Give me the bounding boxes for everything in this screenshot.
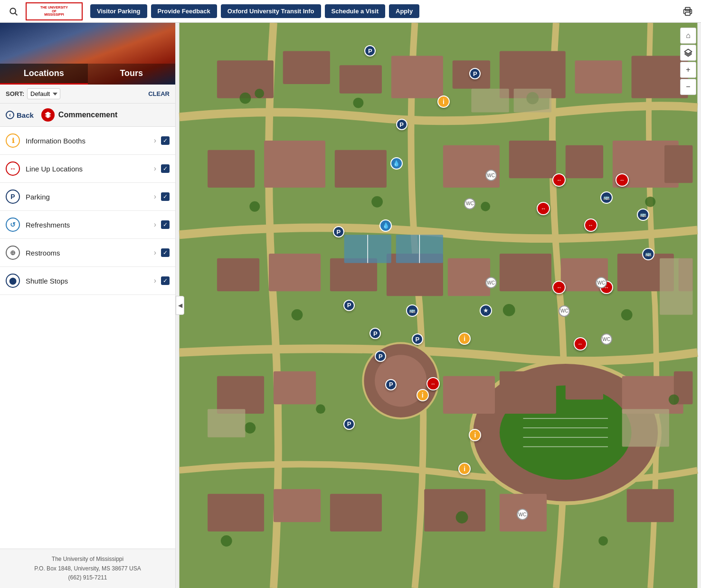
svg-rect-27 [500,254,551,291]
svg-rect-78 [208,409,245,437]
svg-line-1 [15,13,18,15]
category-name: Commencement [58,111,117,119]
map-controls: ⌂ + − [680,28,696,95]
parking-icon: P [6,190,20,204]
menu-label-shuttle-stops: Shuttle Stops [26,277,154,285]
refresh-icon: ↺ [6,218,20,232]
menu-item-restrooms[interactable]: ⊕ Restrooms › ✓ [0,239,175,267]
svg-rect-74 [471,89,509,113]
menu-item-parking[interactable]: P Parking › ✓ [0,183,175,211]
svg-rect-10 [453,60,490,88]
menu-label-refreshments: Refreshments [26,221,154,229]
lineup-icon: ↔ [6,161,20,176]
header: THE UNIVERSITY OF MISSISSIPPI Visitor Pa… [0,0,701,23]
svg-rect-43 [500,371,556,414]
checkbox-restrooms[interactable]: ✓ [161,248,170,257]
svg-point-66 [669,394,679,405]
svg-rect-16 [335,150,387,188]
svg-point-57 [371,196,383,208]
clear-button[interactable]: CLEAR [148,90,170,97]
footer-line2: P.O. Box 1848, University, MS 38677 USA [4,564,171,573]
chevron-icon-parking: › [154,192,156,201]
svg-point-0 [10,8,16,14]
footer-line1: The University of Mississippi [4,555,171,564]
main-layout: Locations Tours SORT: Default CLEAR ‹ Ba… [0,23,701,588]
home-map-button[interactable]: ⌂ [680,28,696,44]
layers-map-button[interactable] [680,45,696,61]
menu-label-lineup-locations: Line Up Locations [26,165,154,173]
checkbox-lineup-locations[interactable]: ✓ [161,164,170,173]
schedule-visit-button[interactable]: Schedule a Visit [325,4,385,18]
apply-button[interactable]: Apply [389,4,419,18]
svg-rect-23 [269,254,321,291]
svg-point-67 [456,511,468,523]
svg-rect-17 [443,145,500,188]
svg-rect-21 [664,145,693,183]
svg-point-63 [621,309,633,321]
menu-item-shuttle-stops[interactable]: ⬤ Shuttle Stops › ✓ [0,267,175,295]
svg-rect-7 [283,51,330,84]
sort-select[interactable]: Default [27,88,60,99]
campus-map[interactable]: PPPPPPPPPPiiiii↔↔↔↔↔↔↔↔🚌🚌🚌🚌WCWCWCWCWCWCW… [176,23,701,588]
tab-tours[interactable]: Tours [88,64,176,85]
chevron-icon-info-booths: › [154,136,156,145]
svg-rect-41 [274,371,316,404]
sidebar-footer: The University of Mississippi P.O. Box 1… [0,549,175,588]
back-bar: ‹ Back Commencement [0,104,175,127]
hero-tabs: Locations Tours [0,64,175,85]
shuttle-icon: ⬤ [6,274,20,288]
chevron-icon-shuttle-stops: › [154,276,156,285]
search-icon[interactable] [5,3,22,20]
svg-rect-33 [523,409,608,456]
menu-item-info-booths[interactable]: ℹ Information Booths › ✓ [0,127,175,155]
checkbox-shuttle-stops[interactable]: ✓ [161,276,170,285]
back-label: Back [17,111,34,119]
chevron-icon-restrooms: › [154,248,156,257]
map-area: PPPPPPPPPPiiiii↔↔↔↔↔↔↔↔🚌🚌🚌🚌WCWCWCWCWCWCW… [176,23,701,588]
tab-locations[interactable]: Locations [0,64,88,85]
svg-rect-26 [448,258,490,296]
svg-rect-22 [217,258,259,291]
svg-point-61 [503,304,515,316]
svg-rect-13 [632,56,688,98]
category-title-row: Commencement [41,108,117,122]
svg-point-39 [375,355,426,407]
print-icon[interactable] [679,3,696,20]
svg-rect-3 [685,12,690,15]
zoom-out-button[interactable]: − [680,79,696,95]
svg-rect-75 [514,89,551,113]
svg-point-53 [240,93,251,104]
svg-point-60 [292,309,303,321]
svg-rect-44 [566,371,603,400]
menu-item-lineup-locations[interactable]: ↔ Line Up Locations › ✓ [0,155,175,183]
checkbox-refreshments[interactable]: ✓ [161,220,170,229]
checkbox-info-booths[interactable]: ✓ [161,136,170,145]
chevron-icon-lineup-locations: › [154,164,156,173]
svg-rect-42 [443,376,495,414]
svg-point-58 [481,202,490,211]
back-arrow-icon: ‹ [6,111,14,119]
svg-point-69 [221,535,232,547]
svg-rect-15 [264,141,325,188]
sidebar-hero: Locations Tours [0,23,175,85]
menu-label-parking: Parking [26,193,154,201]
svg-rect-49 [330,494,382,531]
svg-point-59 [249,201,260,212]
back-button[interactable]: ‹ Back [6,111,34,119]
logo[interactable]: THE UNIVERSITY OF MISSISSIPPI [26,2,83,20]
collapse-sidebar-button[interactable]: ◀ [176,296,184,315]
svg-rect-24 [330,258,377,291]
provide-feedback-button[interactable]: Provide Feedback [151,4,217,18]
restroom-icon: ⊕ [6,246,20,260]
info-icon: ℹ [6,133,20,148]
svg-rect-48 [274,489,321,522]
menu-item-refreshments[interactable]: ↺ Refreshments › ✓ [0,211,175,239]
checkbox-parking[interactable]: ✓ [161,192,170,201]
svg-rect-77 [622,409,669,446]
transit-info-button[interactable]: Oxford University Transit Info [221,4,321,18]
svg-rect-76 [660,258,692,315]
visitor-parking-button[interactable]: Visitor Parking [90,4,147,18]
svg-rect-9 [391,56,443,98]
zoom-in-button[interactable]: + [680,62,696,78]
svg-rect-50 [424,489,485,531]
